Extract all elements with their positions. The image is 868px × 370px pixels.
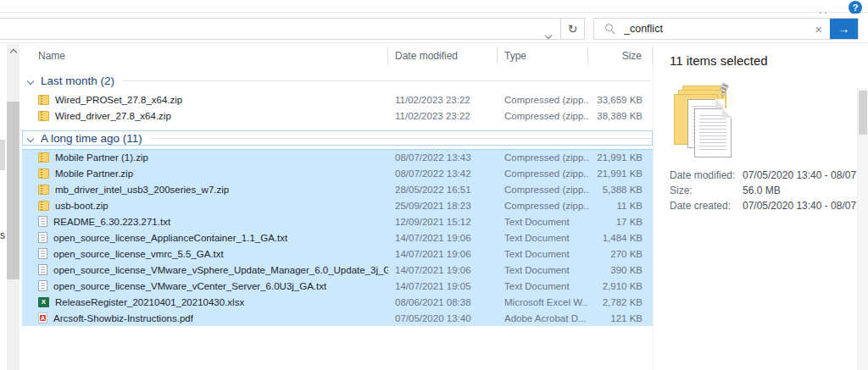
pdf-file-icon: A xyxy=(38,312,47,323)
xlsx-file-icon: X xyxy=(38,297,49,307)
file-name-cell: Mobile Partner (1).zip xyxy=(22,152,388,163)
file-date-modified: 14/07/2021 19:05 xyxy=(388,281,498,291)
detail-field-label: Date modified: xyxy=(670,169,743,181)
file-date-modified: 08/07/2022 13:42 xyxy=(388,168,498,179)
detail-field-value: 07/05/2020 13:40 - 08/07... xyxy=(743,200,861,212)
file-type: Text Document xyxy=(498,281,588,291)
group-header[interactable]: A long time ago (11) xyxy=(22,130,653,146)
detail-field: Date created:07/05/2020 13:40 - 08/07... xyxy=(670,198,861,213)
file-name: Wired_driver_27.8_x64.zip xyxy=(55,111,171,121)
scrollbar-up-button[interactable] xyxy=(7,44,19,58)
nav-pane-scrollbar[interactable] xyxy=(7,44,19,370)
file-row[interactable]: open_source_license_ApplianceContainer_1… xyxy=(22,229,653,246)
file-row[interactable]: Mobile Partner.zip08/07/2022 13:42Compre… xyxy=(22,165,653,181)
column-header-name[interactable]: Name xyxy=(22,47,388,64)
file-date-modified: 11/02/2023 23:22 xyxy=(388,95,498,105)
file-name: open_source_license_ApplianceContainer_1… xyxy=(53,233,287,243)
file-name-cell: Wired_driver_27.8_x64.zip xyxy=(22,111,388,121)
file-type: Compressed (zipp... xyxy=(498,201,588,211)
file-size: 390 KB xyxy=(588,265,653,275)
file-row[interactable]: usb-boot.zip25/09/2021 18:23Compressed (… xyxy=(22,197,653,213)
file-size: 38,389 KB xyxy=(588,111,653,121)
search-input[interactable] xyxy=(624,23,807,35)
file-row[interactable]: Wired_PROSet_27.8_x64.zip11/02/2023 23:2… xyxy=(22,91,653,108)
file-name-cell: Wired_PROSet_27.8_x64.zip xyxy=(22,95,388,105)
file-name-cell: mb_driver_intel_usb3_200series_w7.zip xyxy=(22,185,388,195)
file-date-modified: 14/07/2021 19:06 xyxy=(388,233,498,243)
file-name-cell: open_source_license_VMware_vCenter_Serve… xyxy=(22,280,388,291)
search-box: × → xyxy=(593,18,859,40)
file-name: Wired_PROSet_27.8_x64.zip xyxy=(55,95,182,105)
column-header-size[interactable]: Size xyxy=(588,47,653,64)
refresh-button[interactable]: ↻ xyxy=(560,19,584,39)
zip-file-icon xyxy=(38,201,49,211)
address-bar[interactable]: ↻ xyxy=(0,18,585,40)
file-row[interactable]: XReleaseRegister_20210401_20210430.xlsx0… xyxy=(22,294,653,310)
zip-file-icon xyxy=(38,152,49,163)
file-row[interactable]: open_source_license_VMware_vSphere_Updat… xyxy=(22,262,653,278)
file-type: Adobe Acrobat D... xyxy=(498,313,588,323)
file-row[interactable]: Mobile Partner (1).zip08/07/2022 13:43Co… xyxy=(22,149,653,165)
file-name-cell: README_6.30.223.271.txt xyxy=(22,216,388,227)
address-dropdown-icon[interactable] xyxy=(546,26,551,41)
column-header-type[interactable]: Type xyxy=(498,47,588,64)
file-type: Text Document xyxy=(498,249,588,259)
group-rule xyxy=(151,138,651,139)
file-row[interactable]: open_source_license_VMware_vCenter_Serve… xyxy=(22,278,653,294)
help-button[interactable]: ? xyxy=(849,1,862,14)
file-row[interactable]: mb_driver_intel_usb3_200series_w7.zip28/… xyxy=(22,181,653,197)
scrollbar-thumb[interactable] xyxy=(7,102,19,279)
file-row[interactable]: open_source_license_vmrc_5.5_GA.txt14/07… xyxy=(22,246,653,262)
search-go-button[interactable]: → xyxy=(830,19,858,39)
column-header-date-modified[interactable]: Date modified xyxy=(388,47,498,64)
file-name: Mobile Partner.zip xyxy=(55,168,133,179)
txt-file-icon xyxy=(38,248,47,259)
file-type: Compressed (zipp... xyxy=(498,185,588,195)
file-name-cell: usb-boot.zip xyxy=(22,201,388,211)
file-list: Name Date modified Type Size Last month … xyxy=(22,44,653,326)
group-header[interactable]: Last month (2) xyxy=(22,73,653,88)
file-name-cell: Mobile Partner.zip xyxy=(22,168,388,179)
file-type: Compressed (zipp... xyxy=(498,111,588,121)
group-expand-icon[interactable] xyxy=(28,72,33,87)
explorer-window: ? ↻ × → s Name Date modified Type Size L… xyxy=(0,0,868,370)
file-date-modified: 08/06/2021 08:38 xyxy=(388,297,498,307)
file-name: Arcsoft-Showbiz-Instructions.pdf xyxy=(53,313,193,323)
group-expand-icon[interactable] xyxy=(28,130,33,145)
detail-field-value: 56.0 MB xyxy=(743,185,781,196)
file-row[interactable]: AArcsoft-Showbiz-Instructions.pdf07/05/2… xyxy=(22,310,653,326)
zip-file-icon xyxy=(38,111,49,121)
nav-item-text-fragment: s xyxy=(0,229,6,242)
file-size: 21,991 KB xyxy=(588,168,653,179)
file-size: 2,782 KB xyxy=(588,297,653,307)
detail-field-value: 07/05/2020 13:40 - 08/07... xyxy=(743,169,861,181)
txt-file-icon xyxy=(38,216,47,227)
file-name: ReleaseRegister_20210401_20210430.xlsx xyxy=(55,297,244,307)
search-icon xyxy=(605,24,615,34)
file-name: open_source_license_vmrc_5.5_GA.txt xyxy=(53,249,224,259)
search-clear-button[interactable]: × xyxy=(807,22,830,36)
file-name: README_6.30.223.271.txt xyxy=(53,217,170,227)
title-strip: ? xyxy=(0,0,868,13)
detail-field-label: Date created: xyxy=(670,200,743,212)
nav-pane-fragment xyxy=(0,140,5,170)
file-type: Compressed (zipp... xyxy=(498,152,588,163)
details-fields: Date modified:07/05/2020 13:40 - 08/07..… xyxy=(670,168,861,213)
file-size: 1,484 KB xyxy=(588,233,653,243)
detail-field: Date modified:07/05/2020 13:40 - 08/07..… xyxy=(670,168,861,183)
zip-file-icon xyxy=(38,185,49,195)
file-type: Compressed (zipp... xyxy=(498,168,588,179)
file-name-cell: open_source_license_ApplianceContainer_1… xyxy=(22,232,388,243)
file-name: Mobile Partner (1).zip xyxy=(55,152,148,163)
file-name-cell: AArcsoft-Showbiz-Instructions.pdf xyxy=(22,312,388,323)
zip-file-icon xyxy=(38,95,49,105)
file-size: 21,991 KB xyxy=(588,152,653,163)
details-scrollbar[interactable] xyxy=(857,88,868,370)
file-row[interactable]: README_6.30.223.271.txt12/09/2021 15:12T… xyxy=(22,213,653,229)
file-size: 17 KB xyxy=(588,217,653,227)
file-row[interactable]: Wired_driver_27.8_x64.zip11/02/2023 23:2… xyxy=(22,108,653,124)
detail-field-label: Size: xyxy=(670,185,743,196)
file-name: mb_driver_intel_usb3_200series_w7.zip xyxy=(55,185,229,195)
file-size: 2,910 KB xyxy=(588,281,653,291)
details-scrollbar-thumb[interactable] xyxy=(859,91,867,135)
